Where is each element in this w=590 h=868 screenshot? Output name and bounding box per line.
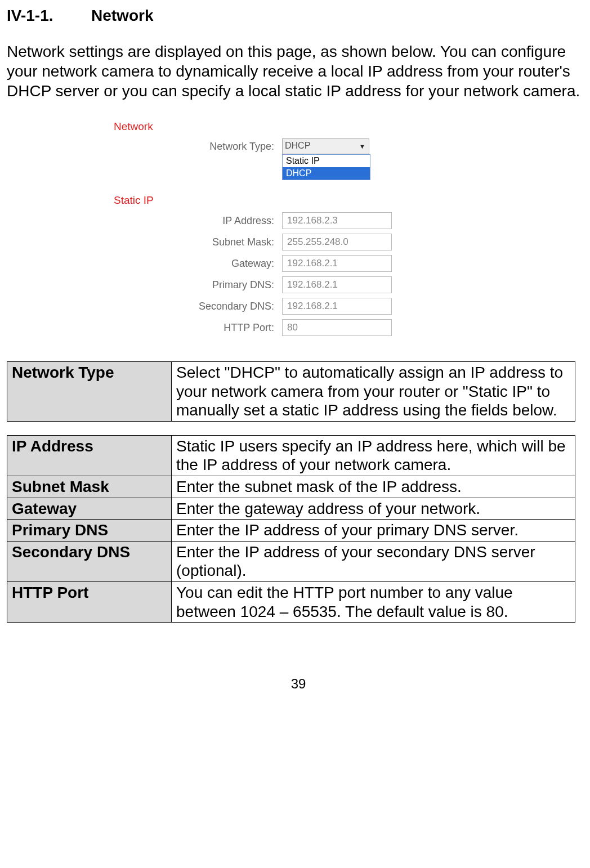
label-network-type: Network Type: [108,141,282,153]
http-port-input[interactable] [282,319,392,336]
label-subnet-mask: Subnet Mask: [108,236,282,248]
section-label-network: Network [114,120,502,133]
label-gateway: Gateway: [108,258,282,270]
cell-desc: You can edit the HTTP port number to any… [172,581,575,622]
table-row: IP AddressStatic IP users specify an IP … [7,435,575,476]
config-panel: Network Network Type: DHCP ▼ Static IP D… [108,120,502,336]
description-table-2: IP AddressStatic IP users specify an IP … [7,435,575,623]
intro-paragraph: Network settings are displayed on this p… [7,42,590,101]
network-type-select[interactable]: DHCP ▼ [282,138,369,154]
subnet-mask-input[interactable] [282,234,392,250]
ip-address-input[interactable] [282,212,392,229]
label-ip-address: IP Address: [108,215,282,227]
page-number: 39 [7,676,590,692]
table-row: Primary DNSEnter the IP address of your … [7,520,575,542]
network-type-selected: DHCP [285,141,310,150]
heading-number: IV-1-1. [7,7,91,25]
cell-name: Primary DNS [7,520,172,542]
table-row: GatewayEnter the gateway address of your… [7,498,575,520]
cell-desc: Static IP users specify an IP address he… [172,435,575,476]
table-row: Network Type Select "DHCP" to automatica… [7,362,575,422]
cell-name: HTTP Port [7,581,172,622]
cell-desc: Enter the IP address of your secondary D… [172,541,575,581]
gateway-input[interactable] [282,255,392,272]
cell-name: Network Type [7,362,172,422]
table-row: Secondary DNSEnter the IP address of you… [7,541,575,581]
table-row: HTTP PortYou can edit the HTTP port numb… [7,581,575,622]
option-dhcp[interactable]: DHCP [283,167,370,180]
cell-name: Subnet Mask [7,476,172,498]
label-secondary-dns: Secondary DNS: [108,301,282,312]
cell-desc: Enter the gateway address of your networ… [172,498,575,520]
cell-name: Secondary DNS [7,541,172,581]
label-primary-dns: Primary DNS: [108,279,282,291]
chevron-down-icon: ▼ [359,143,365,150]
network-type-dropdown: Static IP DHCP [282,154,370,180]
cell-desc: Enter the subnet mask of the IP address. [172,476,575,498]
heading-title: Network [91,7,153,25]
cell-name: Gateway [7,498,172,520]
secondary-dns-input[interactable] [282,298,392,315]
cell-desc: Select "DHCP" to automatically assign an… [172,362,575,422]
section-label-static-ip: Static IP [114,194,502,207]
primary-dns-input[interactable] [282,276,392,293]
section-heading: IV-1-1. Network [7,7,590,25]
cell-name: IP Address [7,435,172,476]
label-http-port: HTTP Port: [108,322,282,334]
description-table-1: Network Type Select "DHCP" to automatica… [7,361,575,422]
table-row: Subnet MaskEnter the subnet mask of the … [7,476,575,498]
cell-desc: Enter the IP address of your primary DNS… [172,520,575,542]
option-static-ip[interactable]: Static IP [283,155,370,167]
